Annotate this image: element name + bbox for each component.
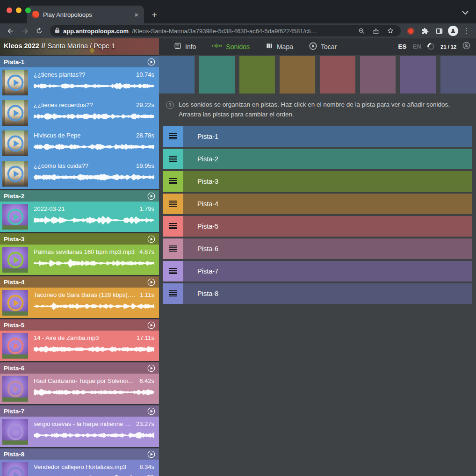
track-header-pista-2[interactable]: Pista-2 (0, 190, 159, 202)
zoom-icon[interactable] (356, 25, 367, 36)
audio-clip[interactable]: Palmas sevillanas 160 bpm mp3.mp34.87s (0, 245, 159, 275)
track-row-body[interactable]: Pista-5 (183, 216, 472, 237)
track-row-label[interactable]: Pista-3 (197, 178, 218, 185)
clip-thumbnail[interactable] (2, 419, 28, 445)
record-icon[interactable] (408, 29, 413, 34)
track-row-body[interactable]: Pista-1 (183, 126, 472, 147)
track-drag-handle[interactable] (163, 238, 183, 259)
clip-thumbnail[interactable] (2, 70, 28, 95)
track-color-swatch-pista-2[interactable] (199, 56, 235, 94)
track-row-label[interactable]: Pista-7 (197, 267, 218, 275)
track-row-pista-4[interactable]: Pista-4 (163, 194, 472, 214)
language-es-button[interactable]: ES (398, 43, 407, 50)
track-row-label[interactable]: Pista-2 (197, 155, 218, 163)
track-play-button[interactable] (147, 192, 155, 200)
track-row-pista-3[interactable]: Pista-3 (163, 171, 472, 192)
clip-play-overlay-icon[interactable] (2, 290, 28, 316)
extensions-puzzle-icon[interactable] (419, 25, 430, 36)
track-play-button[interactable] (147, 321, 155, 329)
track-color-swatch-pista-5[interactable] (320, 56, 355, 94)
audio-clip[interactable]: ¿¿tienes plantas??10.74s (0, 67, 159, 98)
clip-play-overlay-icon[interactable] (2, 376, 28, 402)
kebab-menu-icon[interactable]: ⋮ (462, 27, 471, 35)
clip-play-overlay-icon[interactable] (2, 70, 28, 95)
track-row-label[interactable]: Pista-5 (197, 223, 218, 230)
new-tab-button[interactable]: + (151, 9, 157, 21)
track-row-body[interactable]: Pista-7 (183, 261, 472, 281)
track-color-swatch-pista-4[interactable] (280, 56, 315, 94)
track-drag-handle[interactable] (163, 216, 183, 237)
reload-icon[interactable] (34, 25, 45, 36)
track-drag-handle[interactable] (163, 149, 183, 169)
audio-clip[interactable]: Hiviscus de Pepe28.78s (0, 128, 159, 159)
zoom-window-button[interactable] (25, 7, 31, 13)
track-row-body[interactable]: Pista-2 (183, 149, 472, 169)
track-drag-handle[interactable] (163, 194, 183, 214)
nav-item-info[interactable]: Info (168, 38, 202, 55)
track-row-body[interactable]: Pista-8 (183, 283, 472, 304)
audio-clip[interactable]: ¿¿como las cuida??19.95s (0, 159, 159, 189)
track-row-pista-6[interactable]: Pista-6 (163, 238, 472, 259)
browser-tab[interactable]: Play Antropoloops × (27, 6, 144, 23)
track-row-label[interactable]: Pista-8 (197, 290, 218, 297)
minimize-window-button[interactable] (16, 7, 22, 13)
clip-play-overlay-icon[interactable] (2, 100, 28, 126)
track-play-button[interactable] (147, 450, 155, 458)
track-header-pista-1[interactable]: Pista-1 (0, 56, 159, 67)
track-color-swatch-pista-1[interactable] (159, 56, 195, 94)
track-drag-handle[interactable] (163, 171, 183, 192)
track-row-label[interactable]: Pista-1 (197, 133, 218, 140)
track-header-pista-4[interactable]: Pista-4 (0, 276, 159, 288)
tab-strip-chevron-icon[interactable] (462, 8, 469, 17)
clip-play-overlay-icon[interactable] (2, 161, 28, 187)
account-icon[interactable] (462, 42, 470, 51)
clip-thumbnail[interactable] (2, 333, 28, 359)
project-map-banner[interactable]: Kleos 2022//Santa Marina / Pepe 1 (0, 38, 159, 55)
track-color-swatch-pista-8[interactable] (440, 56, 476, 94)
back-icon[interactable] (5, 25, 16, 36)
audio-clip[interactable]: Taconeo de Sara Baras (128 kbps).mp31.11… (0, 288, 159, 318)
track-drag-handle[interactable] (163, 283, 183, 304)
track-header-pista-6[interactable]: Pista-6 (0, 362, 159, 374)
track-row-pista-5[interactable]: Pista-5 (163, 216, 472, 237)
track-drag-handle[interactable] (163, 126, 183, 147)
track-play-button[interactable] (147, 278, 155, 286)
nav-item-mapa[interactable]: Mapa (260, 38, 299, 55)
clip-thumbnail[interactable] (2, 462, 28, 476)
nav-item-tocar[interactable]: Tocar (303, 38, 342, 55)
audio-clip[interactable]: Vendedor callejero Hortalizas.mp38.34s (0, 460, 159, 476)
share-icon[interactable] (370, 25, 382, 36)
clip-play-overlay-icon[interactable] (2, 462, 28, 476)
profile-avatar-icon[interactable] (448, 26, 458, 36)
star-icon[interactable] (385, 25, 396, 36)
clip-play-overlay-icon[interactable] (2, 419, 28, 445)
audio-clip[interactable]: 2022-03-211.79s (0, 202, 159, 232)
audio-clip[interactable]: sergio cuevas - la harpe indienne - 03 -… (0, 417, 159, 447)
track-color-swatch-pista-6[interactable] (360, 56, 396, 94)
track-row-pista-1[interactable]: Pista-1 (163, 126, 472, 147)
clip-play-overlay-icon[interactable] (2, 204, 28, 230)
clip-play-overlay-icon[interactable] (2, 130, 28, 156)
track-play-button[interactable] (147, 58, 155, 66)
track-play-button[interactable] (147, 364, 155, 372)
clip-thumbnail[interactable] (2, 247, 28, 273)
track-row-label[interactable]: Pista-4 (197, 200, 218, 208)
audio-clip[interactable]: ¿¿tienes recuerdos??29.22s (0, 98, 159, 128)
nav-item-sonidos[interactable]: Sonidos (206, 38, 255, 55)
side-panel-icon[interactable] (433, 25, 445, 36)
tab-close-icon[interactable]: × (133, 11, 139, 19)
track-header-pista-8[interactable]: Pista-8 (0, 448, 159, 460)
clip-thumbnail[interactable] (2, 290, 28, 316)
language-en-button[interactable]: EN (413, 43, 422, 50)
track-color-swatch-pista-7[interactable] (400, 56, 436, 94)
close-window-button[interactable] (7, 7, 12, 13)
track-play-button[interactable] (147, 407, 155, 415)
track-row-pista-7[interactable]: Pista-7 (163, 261, 472, 281)
track-drag-handle[interactable] (163, 261, 183, 281)
track-color-swatch-pista-3[interactable] (239, 56, 275, 94)
clip-thumbnail[interactable] (2, 376, 28, 402)
track-row-body[interactable]: Pista-6 (183, 238, 472, 259)
clip-thumbnail[interactable] (2, 161, 28, 187)
track-row-label[interactable]: Pista-6 (197, 245, 218, 252)
audio-clip[interactable]: 14 - Aire de Zamba.mp317.11s (0, 331, 159, 361)
